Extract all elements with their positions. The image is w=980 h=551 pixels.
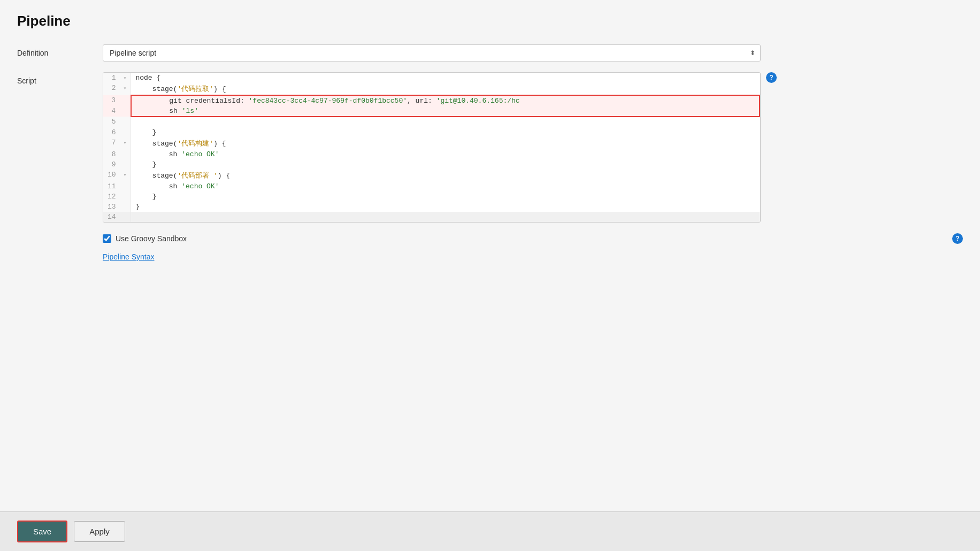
- code-line-8: 8 sh 'echo OK': [103, 149, 760, 159]
- line-num-14: 14: [103, 212, 131, 222]
- line-content-13: }: [131, 202, 760, 212]
- bottom-bar: Save Apply: [0, 511, 980, 551]
- line-num-5: 5: [103, 117, 131, 127]
- groovy-sandbox-checkbox[interactable]: [103, 234, 111, 243]
- line-num-9: 9: [103, 159, 131, 170]
- code-line-1: 1 ▾ node {: [103, 73, 760, 83]
- code-line-11: 11 sh 'echo OK': [103, 181, 760, 192]
- code-editor[interactable]: 1 ▾ node { 2 ▾ stage('代码拉取') { 3 git cre…: [103, 72, 761, 223]
- bottom-spacer: [17, 278, 963, 321]
- fold-7[interactable]: ▾: [120, 140, 126, 146]
- checkbox-wrapper: Use Groovy Sandbox: [103, 234, 952, 243]
- line-num-13: 13: [103, 202, 131, 212]
- line-num-6: 6: [103, 127, 131, 137]
- sandbox-help-icon[interactable]: ?: [952, 233, 963, 244]
- line-content-8: sh 'echo OK': [131, 149, 760, 159]
- line-num-4: 4: [103, 106, 131, 117]
- script-section: Script 1 ▾ node { 2 ▾ stage('代码拉取') {: [17, 72, 963, 223]
- line-num-8: 8: [103, 149, 131, 159]
- line-num-11: 11: [103, 181, 131, 192]
- line-content-9: }: [131, 159, 760, 170]
- line-content-1: node {: [131, 73, 760, 83]
- code-line-3: 3 git credentialsId: 'fec843cc-3cc4-4c97…: [103, 95, 760, 106]
- line-num-3: 3: [103, 95, 131, 106]
- code-line-9: 9 }: [103, 159, 760, 170]
- line-num-1: 1 ▾: [103, 73, 131, 83]
- code-line-7: 7 ▾ stage('代码构建') {: [103, 137, 760, 149]
- page-title: Pipeline: [17, 13, 963, 29]
- apply-button[interactable]: Apply: [74, 521, 125, 542]
- line-content-7: stage('代码构建') {: [131, 137, 760, 149]
- fold-2[interactable]: ▾: [120, 85, 126, 91]
- definition-label: Definition: [17, 49, 103, 57]
- pipeline-syntax-link-wrapper: Pipeline Syntax: [103, 252, 963, 261]
- line-content-3: git credentialsId: 'fec843cc-3cc4-4c97-9…: [131, 95, 760, 106]
- line-content-10: stage('代码部署 ') {: [131, 170, 760, 181]
- code-lines: 1 ▾ node { 2 ▾ stage('代码拉取') { 3 git cre…: [103, 73, 760, 222]
- line-num-2: 2 ▾: [103, 83, 131, 95]
- code-line-4: 4 sh 'ls': [103, 106, 760, 117]
- line-content-12: }: [131, 192, 760, 202]
- pipeline-syntax-link[interactable]: Pipeline Syntax: [103, 252, 155, 261]
- script-help-icon[interactable]: ?: [766, 72, 777, 83]
- line-content-6: }: [131, 127, 760, 137]
- line-content-5: [131, 117, 760, 127]
- script-label: Script: [17, 72, 103, 85]
- line-content-4: sh 'ls': [131, 106, 760, 117]
- fold-1[interactable]: ▾: [120, 75, 126, 81]
- code-line-6: 6 }: [103, 127, 760, 137]
- definition-select-wrapper: Pipeline script Pipeline script from SCM…: [103, 44, 761, 62]
- line-num-7: 7 ▾: [103, 137, 131, 149]
- code-line-5: 5: [103, 117, 760, 127]
- line-content-2: stage('代码拉取') {: [131, 83, 760, 95]
- definition-row: Definition Pipeline script Pipeline scri…: [17, 44, 963, 62]
- code-line-12: 12 }: [103, 192, 760, 202]
- sandbox-row: Use Groovy Sandbox ?: [103, 233, 963, 244]
- line-content-14: [131, 212, 760, 222]
- definition-select[interactable]: Pipeline script Pipeline script from SCM: [103, 44, 761, 62]
- code-line-13: 13 }: [103, 202, 760, 212]
- code-line-14: 14: [103, 212, 760, 222]
- editor-outer: 1 ▾ node { 2 ▾ stage('代码拉取') { 3 git cre…: [103, 72, 761, 223]
- page-container: Pipeline Definition Pipeline script Pipe…: [0, 0, 980, 551]
- code-line-10: 10 ▾ stage('代码部署 ') {: [103, 170, 760, 181]
- save-button[interactable]: Save: [17, 521, 67, 542]
- line-num-10: 10 ▾: [103, 170, 131, 181]
- fold-10[interactable]: ▾: [120, 172, 126, 178]
- code-line-2: 2 ▾ stage('代码拉取') {: [103, 83, 760, 95]
- line-num-12: 12: [103, 192, 131, 202]
- sandbox-label: Use Groovy Sandbox: [116, 234, 187, 243]
- line-content-11: sh 'echo OK': [131, 181, 760, 192]
